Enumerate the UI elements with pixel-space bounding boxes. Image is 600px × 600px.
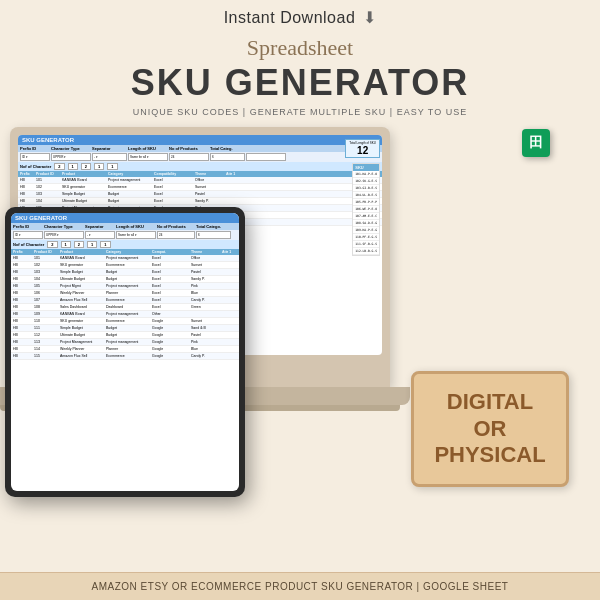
laptop-sheet-header: SKU GENERATOR	[18, 135, 382, 145]
badge-line2: OR	[434, 416, 545, 442]
laptop-row-header: Prefix IDCharacter TypeSeparatorLength o…	[18, 145, 382, 152]
instant-download-title: Instant Download	[224, 9, 356, 27]
digital-physical-badge: DIGITAL OR PHYSICAL	[411, 371, 568, 486]
table-row: HB103Simple BudgetBudgetExcelPastel	[18, 191, 382, 198]
table-row: HB101KANBAN BoardProject managementExcel…	[18, 177, 382, 184]
hero-title: SKU GENERATOR	[20, 63, 580, 103]
tablet-sheet-header: SKU GENERATOR	[11, 213, 239, 223]
right-content: 田 DIGITAL OR PHYSICAL	[380, 127, 600, 507]
table-row: HB107Amazon Flux SellEcommerceExcelCandy…	[11, 297, 239, 304]
table-row: HB109KANBAN BoardProject managementOther	[11, 311, 239, 318]
main-content: SKU GENERATOR Prefix IDCharacter TypeSep…	[0, 127, 600, 507]
tablet-mockup: SKU GENERATOR Prefix IDCharacter TypeSep…	[5, 207, 245, 497]
laptop-sku-column: SKU 101-KA-P-E-O 102-SK-G-E-S 103-GI-B-E…	[352, 163, 380, 256]
table-row: HB102SKU generatorEcommerceExcelSunset	[18, 184, 382, 191]
table-row: HB110SKU generatorEcommerceGoogleSunset	[11, 318, 239, 325]
bottom-bar: AMAZON ETSY OR ECOMMERCE PRODUCT SKU GEN…	[0, 572, 600, 600]
hero-section: Spreadsheet SKU GENERATOR UNIQUE SKU COD…	[0, 31, 600, 127]
tablet-screen: SKU GENERATOR Prefix IDCharacter TypeSep…	[11, 213, 239, 491]
table-row: HB108Sales DashboardDashboardExcelGreen	[11, 304, 239, 311]
badge-line1: DIGITAL	[434, 389, 545, 415]
laptop-total-length-box: Total Length of SKU 12	[345, 139, 380, 158]
laptop-total-value: 12	[349, 145, 376, 156]
table-row: HB115Amazon Flux SellEcommerceGoogleCand…	[11, 353, 239, 360]
laptop-nof-row: Nof of Character 2 1 2 1 1	[18, 162, 382, 171]
table-row: HB104Ultimate BudgetBudgetExcelSandy P.	[18, 198, 382, 205]
bottom-text: AMAZON ETSY OR ECOMMERCE PRODUCT SKU GEN…	[92, 581, 509, 592]
table-row: HB104Ultimate BudgetBudgetExcelSandy P.	[11, 276, 239, 283]
badge-line3: PHYSICAL	[434, 442, 545, 468]
tablet-col-headers: Prefix IDCharacter TypeSeparatorLength o…	[11, 223, 239, 230]
table-row: HB105Project MgmtProject managementExcel…	[11, 283, 239, 290]
gs-icon-symbol: 田	[529, 134, 543, 152]
laptop-total-label: Total Length of SKU	[349, 141, 376, 145]
tablet-nof-row: Nof of Character 2 1 2 1 1	[11, 240, 239, 249]
table-row: HB103Simple BudgetBudgetExcelPastel	[11, 269, 239, 276]
google-sheets-icon: 田	[522, 129, 550, 157]
hero-tags: UNIQUE SKU CODES | GENERATE MULTIPLE SKU…	[20, 107, 580, 117]
download-icon: ⬇	[363, 8, 376, 27]
table-row: HB101KANBAN BoardProject managementExcel…	[11, 255, 239, 262]
top-bar: Instant Download ⬇	[0, 0, 600, 31]
table-row: HB114Weekly PlannerPlannerGoogleBlue	[11, 346, 239, 353]
tablet-spreadsheet: SKU GENERATOR Prefix IDCharacter TypeSep…	[11, 213, 239, 491]
table-row: HB102SKU generatorEcommerceExcelSunset	[11, 262, 239, 269]
table-row: HB113Project ManagementProject managemen…	[11, 339, 239, 346]
table-row: HB112Ultimate BudgetBudgetGooglePastel	[11, 332, 239, 339]
laptop-controls: ID ▾ UPPER ▾ - ▾ Same for all ▾ 24 6	[18, 152, 382, 162]
table-row: HB106Weekly PlannerPlannerExcelBlue	[11, 290, 239, 297]
hero-subtitle: Spreadsheet	[20, 35, 580, 61]
table-row: HB111Simple BudgetBudgetGoogleSand & B	[11, 325, 239, 332]
tablet-controls: ID ▾ UPPER ▾ - ▾ Same for all ▾ 24 6	[11, 230, 239, 240]
